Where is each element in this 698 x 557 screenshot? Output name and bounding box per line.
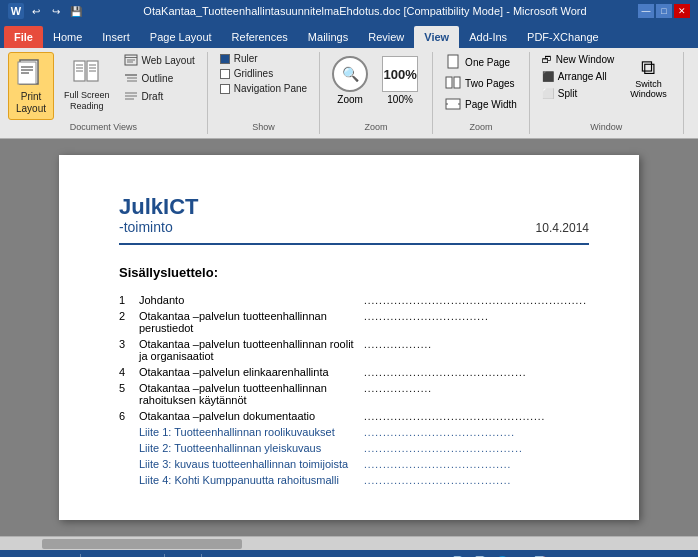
ribbon: Print Layout Full Screen Re <box>0 48 698 139</box>
tab-review[interactable]: Review <box>358 26 414 48</box>
quick-access-undo[interactable]: ↩ <box>28 3 44 19</box>
gridlines-button[interactable]: Gridlines <box>216 67 311 80</box>
ruler-checkbox <box>220 54 230 64</box>
doc-date: 10.4.2014 <box>536 221 589 235</box>
scrollbar-thumb[interactable] <box>42 539 242 549</box>
zoom-button[interactable]: 🔍 Zoom <box>328 52 372 109</box>
title-bar-icons: W ↩ ↪ 💾 <box>8 3 84 19</box>
ribbon-group-zoom: 🔍 Zoom 100% 100% Zoom <box>328 52 433 134</box>
gridlines-checkbox <box>220 69 230 79</box>
toc-item-5: 5 Otakantaa –palvelun tuotteenhallinnan … <box>119 382 589 406</box>
toc-num-5: 5 <box>119 382 139 394</box>
tab-home[interactable]: Home <box>43 26 92 48</box>
toc-num-6: 6 <box>119 410 139 422</box>
ribbon-group-page-view: One Page Two Pages <box>441 52 530 134</box>
toc-num-1: 1 <box>119 294 139 306</box>
tab-references[interactable]: References <box>222 26 298 48</box>
toc-item-liite3: Liite 3: kuvaus tuotteenhallinnan toimij… <box>119 458 589 470</box>
tab-mailings[interactable]: Mailings <box>298 26 358 48</box>
scrollbar-horizontal[interactable] <box>0 536 698 550</box>
toc-item-2: 2 Otakantaa –palvelun tuotteenhallinnan … <box>119 310 589 334</box>
one-page-button[interactable]: One Page <box>441 52 521 72</box>
two-pages-label: Two Pages <box>465 78 514 89</box>
page-width-button[interactable]: Page Width <box>441 94 521 114</box>
navigation-pane-button[interactable]: Navigation Pane <box>216 82 311 95</box>
macros-content: ⏺ Macros <box>692 52 698 120</box>
svg-rect-23 <box>448 55 458 68</box>
doc-header: JulkICT -toiminto 10.4.2014 <box>119 195 589 245</box>
toc-dots-3: .................. <box>364 339 587 350</box>
toc-text-4: Otakantaa –palvelun elinkaarenhallinta <box>139 366 362 378</box>
split-button[interactable]: ⬜ Split <box>538 86 618 101</box>
tab-view[interactable]: View <box>414 26 459 48</box>
ribbon-group-macros: ⏺ Macros Macros <box>692 52 698 134</box>
arrange-all-icon: ⬛ <box>542 71 554 82</box>
quick-access-redo[interactable]: ↪ <box>48 3 64 19</box>
toc-dots-liite2: ........................................… <box>364 443 587 454</box>
show-buttons: Ruler Gridlines Navigation Pane <box>216 52 311 95</box>
tab-page-layout[interactable]: Page Layout <box>140 26 222 48</box>
toc-item-4: 4 Otakantaa –palvelun elinkaarenhallinta… <box>119 366 589 378</box>
quick-access-save[interactable]: 💾 <box>68 3 84 19</box>
tab-file[interactable]: File <box>4 26 43 48</box>
title-bar-text: OtaKantaa_TuotteenhallintasuunnitelmaEhd… <box>92 5 638 17</box>
print-layout-button[interactable]: Print Layout <box>8 52 54 120</box>
doc-logo-top: JulkICT <box>119 195 198 219</box>
status-bar: Page: 2 of 13 Words: 1 855 📖 Finnish 📄 📑… <box>0 550 698 557</box>
word-icon: W <box>8 3 24 19</box>
toc-text-liite2: Liite 2: Tuotteenhallinnan yleiskuvaus <box>139 442 362 454</box>
full-screen-label: Full Screen Reading <box>64 90 110 112</box>
zoom-pct-box: 100% <box>382 56 418 92</box>
navigation-pane-label: Navigation Pane <box>234 83 307 94</box>
new-window-button[interactable]: 🗗 New Window <box>538 52 618 67</box>
show-content: Ruler Gridlines Navigation Pane <box>216 52 311 120</box>
document-area: JulkICT -toiminto 10.4.2014 Sisällysluet… <box>0 139 698 536</box>
two-pages-button[interactable]: Two Pages <box>441 73 521 93</box>
zoom-pct-button[interactable]: 100% 100% <box>376 52 424 109</box>
print-layout-label: Print Layout <box>16 91 46 115</box>
window-content: 🗗 New Window ⬛ Arrange All ⬜ Split ⧉ Swi… <box>538 52 675 120</box>
ruler-button[interactable]: Ruler <box>216 52 311 65</box>
arrange-all-label: Arrange All <box>558 71 607 82</box>
tab-insert[interactable]: Insert <box>92 26 140 48</box>
draft-label: Draft <box>142 91 164 102</box>
title-bar: W ↩ ↪ 💾 OtaKantaa_Tuotteenhallintasuunni… <box>0 0 698 22</box>
tab-add-ins[interactable]: Add-Ins <box>459 26 517 48</box>
ruler-label: Ruler <box>234 53 258 64</box>
new-window-label: New Window <box>556 54 614 65</box>
ribbon-group-show: Ruler Gridlines Navigation Pane Show <box>216 52 320 134</box>
web-layout-button[interactable]: Web Layout <box>120 52 199 68</box>
arrange-all-button[interactable]: ⬛ Arrange All <box>538 69 618 84</box>
toc-item-6: 6 Otakantaa –palvelun dokumentaatio ....… <box>119 410 589 422</box>
toc-item-1: 1 Johdanto .............................… <box>119 294 589 306</box>
page-view-content: One Page Two Pages <box>441 52 521 120</box>
document-views-label: Document Views <box>8 120 199 132</box>
toc-text-liite3: Liite 3: kuvaus tuotteenhallinnan toimij… <box>139 458 362 470</box>
switch-windows-icon: ⧉ <box>641 56 655 79</box>
outline-button[interactable]: Outline <box>120 70 199 86</box>
toc-dots-6: ........................................… <box>364 411 587 422</box>
toc-text-3: Otakantaa –palvelun tuotteenhallinnan ro… <box>139 338 362 362</box>
svg-rect-26 <box>446 99 460 109</box>
ribbon-group-window: 🗗 New Window ⬛ Arrange All ⬜ Split ⧉ Swi… <box>538 52 684 134</box>
print-layout-icon <box>15 57 47 89</box>
switch-windows-button[interactable]: ⧉ Switch Windows <box>622 52 675 103</box>
full-screen-reading-button[interactable]: Full Screen Reading <box>58 52 116 116</box>
svg-rect-24 <box>446 77 452 88</box>
toc-text-liite1: Liite 1: Tuotteenhallinnan roolikuvaukse… <box>139 426 362 438</box>
close-button[interactable]: ✕ <box>674 4 690 18</box>
document-views-content: Print Layout Full Screen Re <box>8 52 199 120</box>
zoom-pct-label: 100% <box>387 94 413 105</box>
restore-button[interactable]: □ <box>656 4 672 18</box>
new-window-icon: 🗗 <box>542 54 552 65</box>
tab-pdf-xchange[interactable]: PDF-XChange <box>517 26 609 48</box>
toc-item-liite1: Liite 1: Tuotteenhallinnan roolikuvaukse… <box>119 426 589 438</box>
page-view-buttons: One Page Two Pages <box>441 52 521 114</box>
ribbon-group-document-views: Print Layout Full Screen Re <box>8 52 208 134</box>
macros-button[interactable]: ⏺ Macros <box>692 52 698 97</box>
two-pages-icon <box>445 75 461 91</box>
toc-dots-liite3: ....................................... <box>364 459 587 470</box>
page-width-icon <box>445 96 461 112</box>
minimize-button[interactable]: — <box>638 4 654 18</box>
draft-button[interactable]: Draft <box>120 88 199 104</box>
